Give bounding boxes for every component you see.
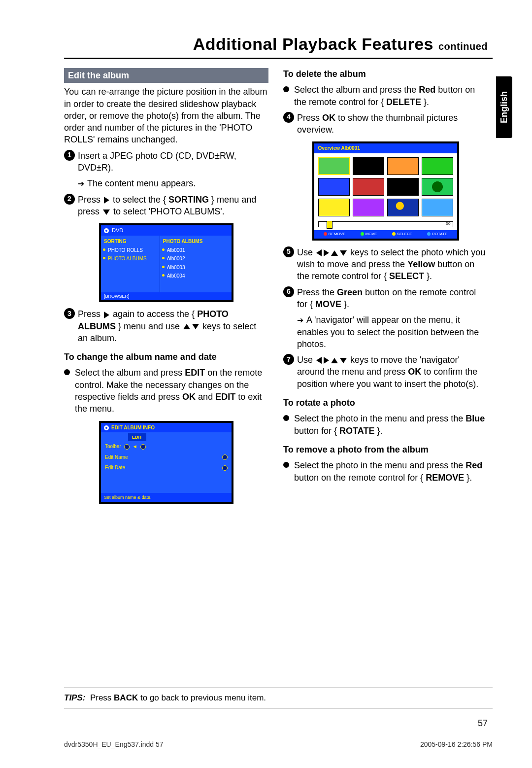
up-arrow-icon xyxy=(331,358,338,363)
step-3-text: Press again to access the { PHOTO ALBUMS… xyxy=(78,308,268,344)
step-number-icon: 4 xyxy=(283,112,294,123)
bullet-rotate: Select the photo in the menu and press t… xyxy=(283,413,488,437)
subhead-delete-album: To delete the album xyxy=(283,68,488,80)
bullet-icon xyxy=(64,369,70,375)
node-icon xyxy=(222,465,228,471)
step-1-result: The content menu appears. xyxy=(78,177,268,189)
title-main: Additional Playback Features xyxy=(193,35,433,53)
edit-row: Edit Date xyxy=(101,462,232,473)
title-continued: continued xyxy=(438,41,488,52)
thumbnail-cell xyxy=(353,199,384,216)
disc-icon xyxy=(104,425,109,430)
down-arrow-icon xyxy=(340,358,347,363)
title-rule xyxy=(64,58,493,59)
node-icon xyxy=(222,454,228,460)
blue-button-label: ROTATE xyxy=(427,232,447,237)
step-2-text: Press to select the { SORTING } menu and… xyxy=(78,194,268,218)
thumbnail-cell xyxy=(318,157,350,175)
dvd-sorting-menu-screenshot: DVD SORTING PHOTO ROLLS PHOTO ALBUMS PHO… xyxy=(99,223,233,302)
yellow-button-label: SELECT xyxy=(392,232,412,237)
subhead-change-name: To change the album name and date xyxy=(64,351,268,363)
step-1: 1 Insert a JPEG photo CD (CD, DVD±RW, DV… xyxy=(64,150,268,174)
footer-line: dvdr5350H_EU_Eng537.indd 57 2005-09-16 2… xyxy=(64,740,493,748)
step-number-icon: 1 xyxy=(64,150,75,161)
thumbnail-cell xyxy=(387,157,419,175)
page-number: 57 xyxy=(64,718,493,729)
thumbnail-cell xyxy=(387,199,419,216)
step-number-icon: 6 xyxy=(283,286,294,297)
down-arrow-icon xyxy=(340,250,347,256)
bullet-icon xyxy=(283,462,289,468)
page-title: Additional Playback Features continued xyxy=(64,35,493,54)
edit-hint: Set album name & date. xyxy=(101,493,232,502)
node-icon xyxy=(140,444,146,450)
right-arrow-icon xyxy=(104,312,109,318)
bullet-remove: Select the photo in the menu and press t… xyxy=(283,459,488,484)
step-number-icon: 5 xyxy=(283,246,294,257)
tips-label: TIPS: xyxy=(64,693,85,702)
red-button-label: REMOVE xyxy=(324,232,346,237)
overview-title: Overview Alb0001 xyxy=(314,143,457,153)
step-3: 3 Press again to access the { PHOTO ALBU… xyxy=(64,308,268,344)
right-arrow-icon xyxy=(324,357,329,364)
bullet-change-name: Select the album and press EDIT on the r… xyxy=(64,367,268,415)
right-arrow-icon xyxy=(324,249,329,256)
edit-tab: EDIT xyxy=(128,433,146,441)
left-arrow-icon xyxy=(316,249,322,256)
bullet-delete: Select the album and press the Red butto… xyxy=(283,84,488,108)
disc-icon xyxy=(104,228,109,233)
step-1-text: Insert a JPEG photo CD (CD, DVD±RW, DVD±… xyxy=(78,150,268,174)
step-5: 5 Use keys to select the photo which you… xyxy=(283,246,488,282)
edit-album-info-screenshot: EDIT ALBUM INFO EDIT Toolbar◄ Edit Name … xyxy=(99,421,233,504)
thumbnail-cell xyxy=(422,157,453,175)
color-button-bar: REMOVE MOVE SELECT ROTATE xyxy=(314,230,457,239)
left-arrow-icon xyxy=(316,357,322,364)
step-2: 2 Press to select the { SORTING } menu a… xyxy=(64,194,268,218)
node-icon xyxy=(124,444,130,450)
tips-bar: TIPS: Press BACK to go back to previous … xyxy=(64,688,493,708)
album-item: Alb0002 xyxy=(160,254,232,263)
step-number-icon: 3 xyxy=(64,308,75,319)
progress-bar: 50 xyxy=(318,221,453,227)
thumbnail-cell xyxy=(422,199,453,216)
thumbnail-cell xyxy=(422,178,453,196)
thumbnail-cell xyxy=(318,199,350,216)
disk-label: DVD xyxy=(112,227,123,234)
album-item: Alb0003 xyxy=(160,263,232,272)
thumbnail-cell xyxy=(318,178,350,196)
albums-header: PHOTO ALBUMS xyxy=(160,237,232,246)
thumbnail-cell xyxy=(387,178,419,196)
left-column: Edit the album You can re-arrange the pi… xyxy=(64,68,268,510)
down-arrow-icon xyxy=(192,324,199,329)
subhead-rotate: To rotate a photo xyxy=(283,397,488,409)
intro-text: You can re-arrange the picture position … xyxy=(64,86,268,145)
menu-item-selected: PHOTO ALBUMS xyxy=(101,254,160,263)
footer-timestamp: 2005-09-16 2:26:56 PM xyxy=(420,740,493,748)
thumbnail-cell xyxy=(353,178,384,196)
step-6-result: A 'navigator' will appear on the menu, i… xyxy=(297,314,488,350)
step-number-icon: 2 xyxy=(64,194,75,205)
thumbnail-cell xyxy=(353,157,384,175)
menu-item: PHOTO ROLLS xyxy=(101,246,160,255)
up-arrow-icon xyxy=(331,250,338,256)
menu-footer: [BROWSER] xyxy=(101,292,232,300)
section-edit-album: Edit the album xyxy=(64,68,268,83)
step-7: 7 Use keys to move the 'navigator' aroun… xyxy=(283,354,488,390)
step-6: 6 Press the Green button on the remote c… xyxy=(283,286,488,311)
footer-file: dvdr5350H_EU_Eng537.indd 57 xyxy=(64,740,164,748)
edit-row: Toolbar◄ xyxy=(101,441,232,452)
edit-row: Edit Name xyxy=(101,452,232,463)
right-arrow-icon xyxy=(104,197,109,204)
sorting-header: SORTING xyxy=(101,237,160,246)
green-button-label: MOVE xyxy=(361,232,377,237)
bullet-icon xyxy=(283,415,289,421)
step-4: 4 Press OK to show the thumbnail picture… xyxy=(283,112,488,136)
album-item: Alb0004 xyxy=(160,272,232,280)
up-arrow-icon xyxy=(183,324,190,329)
progress-knob xyxy=(327,221,332,229)
right-column: To delete the album Select the album and… xyxy=(283,68,488,510)
bullet-icon xyxy=(283,86,289,92)
progress-count: 50 xyxy=(446,221,451,227)
subhead-remove: To remove a photo from the album xyxy=(283,444,488,455)
down-arrow-icon xyxy=(103,209,110,215)
